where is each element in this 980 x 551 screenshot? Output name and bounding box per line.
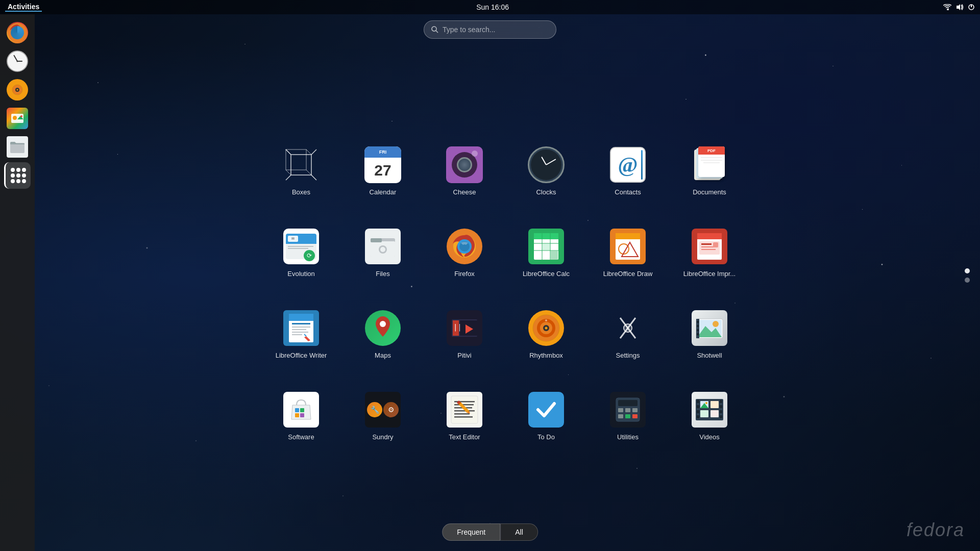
settings-label: Settings <box>616 352 640 360</box>
svg-rect-103 <box>618 400 638 406</box>
searchbar[interactable] <box>424 20 556 39</box>
libreoffice-impress-label: LibreOffice Impr... <box>683 270 736 278</box>
svg-line-22 <box>286 149 291 155</box>
cheese-icon <box>444 144 485 185</box>
app-libreoffice-calc[interactable]: LibreOffice Calc <box>508 207 584 283</box>
app-documents[interactable]: PDF Documents <box>671 125 748 202</box>
videos-label: Videos <box>699 433 720 441</box>
app-firefox[interactable]: Firefox <box>426 207 503 283</box>
settings-icon <box>607 308 648 348</box>
svg-point-12 <box>20 115 22 117</box>
svg-rect-36 <box>534 233 558 239</box>
app-videos[interactable]: Videos <box>671 370 748 446</box>
maps-label: Maps <box>375 352 391 360</box>
boxes-label: Boxes <box>292 188 310 196</box>
texteditor-icon <box>444 389 485 430</box>
videos-icon <box>689 389 730 430</box>
libreoffice-calc-icon <box>526 226 567 267</box>
sidebar-item-apps[interactable] <box>4 162 31 189</box>
svg-point-62 <box>380 321 386 327</box>
app-texteditor[interactable]: Text Editor <box>426 370 503 446</box>
svg-rect-105 <box>625 408 630 412</box>
svg-point-76 <box>624 324 632 332</box>
svg-rect-116 <box>720 400 722 403</box>
sidebar-item-rhythmbox[interactable] <box>4 77 31 103</box>
utilities-icon <box>607 389 648 430</box>
todo-icon <box>526 389 567 430</box>
svg-rect-104 <box>618 408 623 412</box>
page-dot-1[interactable] <box>965 268 970 273</box>
sidebar-item-files[interactable] <box>4 134 31 160</box>
clock-sidebar-icon <box>7 51 28 72</box>
svg-rect-96 <box>454 413 470 415</box>
svg-rect-97 <box>454 416 473 418</box>
svg-rect-113 <box>697 405 699 408</box>
activities-button[interactable]: Activities <box>5 3 42 12</box>
svg-rect-111 <box>696 399 723 420</box>
search-icon <box>431 26 438 33</box>
sidebar-item-photos[interactable] <box>4 105 31 132</box>
svg-rect-50 <box>701 243 712 245</box>
app-clocks[interactable]: Clocks <box>508 125 584 202</box>
svg-point-80 <box>713 321 719 327</box>
topbar-right-icons <box>943 4 975 11</box>
app-sundry[interactable]: 🔧 ⚙ Sundry <box>345 370 421 446</box>
all-button[interactable]: All <box>500 523 538 541</box>
pitivi-icon: ||| <box>444 308 485 348</box>
photos-sidebar-icon <box>7 108 28 129</box>
svg-line-18 <box>311 149 316 155</box>
svg-point-14 <box>432 27 436 31</box>
app-libreoffice-writer[interactable]: LibreOffice Writer <box>263 288 339 365</box>
sidebar-item-firefox[interactable] <box>4 19 31 46</box>
svg-rect-83 <box>697 325 699 327</box>
app-shotwell[interactable]: Shotwell <box>671 288 748 365</box>
documents-icon: PDF <box>689 144 730 185</box>
svg-line-19 <box>286 175 291 180</box>
todo-label: To Do <box>537 433 555 441</box>
svg-rect-59 <box>292 332 308 333</box>
svg-rect-82 <box>697 321 699 323</box>
svg-line-24 <box>286 170 291 175</box>
libreoffice-writer-label: LibreOffice Writer <box>276 352 327 360</box>
page-dot-2[interactable] <box>965 278 970 283</box>
app-evolution[interactable]: ✉ ⟳ Evolution <box>263 207 339 283</box>
app-pitivi[interactable]: ||| Pitivi <box>426 288 503 365</box>
search-input[interactable] <box>443 26 545 34</box>
app-libreoffice-draw[interactable]: LibreOffice Draw <box>590 207 666 283</box>
svg-rect-52 <box>701 249 716 250</box>
clocks-label: Clocks <box>536 188 556 196</box>
app-libreoffice-impress[interactable]: LibreOffice Impr... <box>671 207 748 283</box>
sidebar-item-clock[interactable] <box>4 48 31 74</box>
app-software[interactable]: Software <box>263 370 339 446</box>
app-calendar[interactable]: FRI 27 Calendar <box>345 125 421 202</box>
svg-rect-86 <box>295 408 299 412</box>
firefox-sidebar-icon <box>7 22 28 43</box>
app-boxes[interactable]: Boxes <box>263 125 339 202</box>
app-contacts[interactable]: @ Contacts <box>590 125 666 202</box>
app-rhythmbox[interactable]: Rhythmbox <box>508 288 584 365</box>
app-maps[interactable]: Maps <box>345 288 421 365</box>
shotwell-label: Shotwell <box>697 352 722 360</box>
shotwell-icon <box>689 308 730 348</box>
svg-rect-109 <box>632 414 638 418</box>
app-todo[interactable]: To Do <box>508 370 584 446</box>
firefox-label: Firefox <box>454 270 475 278</box>
svg-line-20 <box>311 175 316 180</box>
calendar-icon: FRI 27 <box>362 144 403 185</box>
power-icon[interactable] <box>968 4 975 11</box>
svg-rect-106 <box>632 408 638 412</box>
app-cheese[interactable]: Cheese <box>426 125 503 202</box>
apps-container: Boxes FRI 27 Calendar Chee <box>51 51 960 520</box>
svg-rect-57 <box>292 327 310 328</box>
contacts-label: Contacts <box>615 188 641 196</box>
svg-rect-121 <box>710 401 719 408</box>
svg-rect-84 <box>697 329 699 331</box>
app-files[interactable]: Files <box>345 207 421 283</box>
calendar-label: Calendar <box>370 188 397 196</box>
app-settings[interactable]: Settings <box>590 288 666 365</box>
app-utilities[interactable]: Utilities <box>590 370 666 446</box>
rhythmbox-icon <box>526 308 567 348</box>
frequent-button[interactable]: Frequent <box>442 523 500 541</box>
apps-grid-icon <box>11 168 26 183</box>
svg-point-73 <box>545 319 547 321</box>
